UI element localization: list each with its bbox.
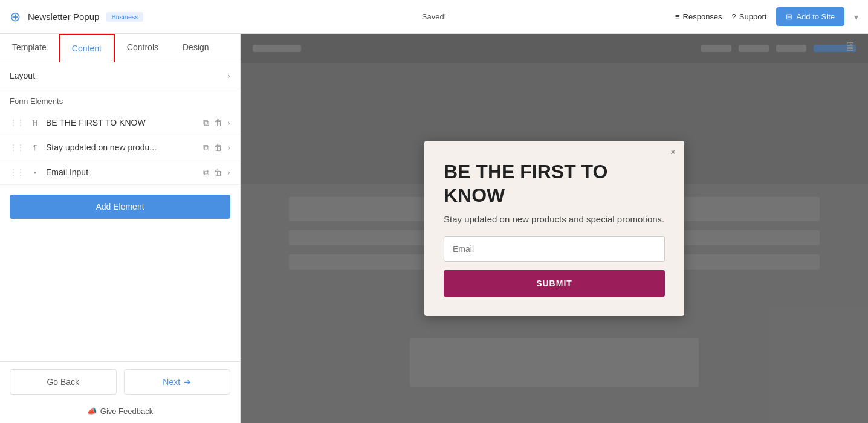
app-title: Newsletter Popup — [28, 11, 99, 22]
popup-overlay: × BE THE FIRST TO KNOW Stay updated on n… — [241, 34, 868, 423]
email-chevron-icon[interactable]: › — [227, 167, 230, 177]
element-heading-actions: ⧉ 🗑 › — [203, 118, 230, 128]
popup-submit-button[interactable]: SUBMIT — [444, 270, 665, 297]
element-subtitle-actions: ⧉ 🗑 › — [203, 143, 230, 153]
popup-title: BE THE FIRST TO KNOW — [444, 160, 665, 207]
heading-type-icon: H — [29, 117, 41, 129]
next-button[interactable]: Next ➔ — [124, 369, 231, 395]
next-arrow-icon: ➔ — [184, 377, 191, 387]
responses-icon: ≡ — [675, 12, 680, 21]
tab-controls[interactable]: Controls — [115, 34, 170, 62]
layout-section-row[interactable]: Layout › — [0, 62, 240, 89]
subtitle-type-icon: ¶ — [29, 141, 41, 153]
feedback-icon: 📣 — [87, 407, 97, 416]
support-button[interactable]: ? Support — [732, 12, 767, 21]
delete-heading-icon[interactable]: 🗑 — [214, 118, 222, 128]
duplicate-subtitle-icon[interactable]: ⧉ — [203, 143, 209, 153]
feedback-row[interactable]: 📣 Give Feedback — [0, 402, 240, 423]
panel-content: Layout › Form Elements ⋮⋮ H BE THE FIRST… — [0, 62, 240, 361]
element-row-heading[interactable]: ⋮⋮ H BE THE FIRST TO KNOW ⧉ 🗑 › — [0, 111, 240, 135]
bottom-area: Go Back Next ➔ 📣 Give Feedback — [0, 361, 240, 423]
support-icon: ? — [732, 12, 736, 21]
add-icon: ⊞ — [786, 12, 792, 21]
main-layout: Template Content Controls Design Layout … — [0, 34, 868, 423]
plan-badge: Business — [106, 12, 143, 22]
add-element-button[interactable]: Add Element — [10, 195, 230, 219]
left-panel: Template Content Controls Design Layout … — [0, 34, 241, 423]
subtitle-chevron-icon[interactable]: › — [227, 143, 230, 152]
layout-chevron-icon: › — [227, 71, 230, 80]
element-row-subtitle[interactable]: ⋮⋮ ¶ Stay updated on new produ... ⧉ 🗑 › — [0, 135, 240, 160]
element-email-actions: ⧉ 🗑 › — [203, 167, 230, 178]
add-to-site-button[interactable]: ⊞ Add to Site — [776, 7, 844, 26]
popup-modal: × BE THE FIRST TO KNOW Stay updated on n… — [424, 141, 684, 316]
preview-area: 🖥 × BE THE FIRST TO KNOW Stay updated on… — [241, 34, 868, 423]
popup-subtitle: Stay updated on new products and special… — [444, 214, 665, 224]
element-row-email[interactable]: ⋮⋮ ▪ Email Input ⧉ 🗑 › — [0, 160, 240, 185]
header-chevron-icon[interactable]: ▾ — [854, 12, 858, 22]
duplicate-heading-icon[interactable]: ⧉ — [203, 118, 209, 128]
duplicate-email-icon[interactable]: ⧉ — [203, 167, 209, 178]
bottom-nav-bar: Go Back Next ➔ — [0, 361, 240, 402]
heading-chevron-icon[interactable]: › — [227, 118, 230, 128]
drag-handle-icon[interactable]: ⋮⋮ — [10, 143, 24, 152]
app-header: ⊕ Newsletter Popup Business Saved! ≡ Res… — [0, 0, 868, 34]
saved-status: Saved! — [422, 12, 446, 21]
header-right-actions: ≡ Responses ? Support ⊞ Add to Site ▾ — [675, 7, 858, 26]
delete-subtitle-icon[interactable]: 🗑 — [214, 143, 222, 152]
form-elements-label: Form Elements — [0, 89, 240, 111]
tab-design[interactable]: Design — [170, 34, 221, 62]
tab-content[interactable]: Content — [59, 34, 115, 62]
drag-handle-icon[interactable]: ⋮⋮ — [10, 168, 24, 176]
tab-bar: Template Content Controls Design — [0, 34, 240, 62]
email-type-icon: ▪ — [29, 166, 41, 178]
drag-handle-icon[interactable]: ⋮⋮ — [10, 118, 24, 127]
go-back-button[interactable]: Go Back — [10, 369, 117, 395]
responses-button[interactable]: ≡ Responses — [675, 12, 722, 21]
popup-close-button[interactable]: × — [670, 147, 676, 158]
tab-template[interactable]: Template — [0, 34, 59, 62]
popup-email-input[interactable] — [444, 236, 665, 262]
delete-email-icon[interactable]: 🗑 — [214, 167, 222, 177]
app-logo-icon: ⊕ — [10, 9, 21, 25]
